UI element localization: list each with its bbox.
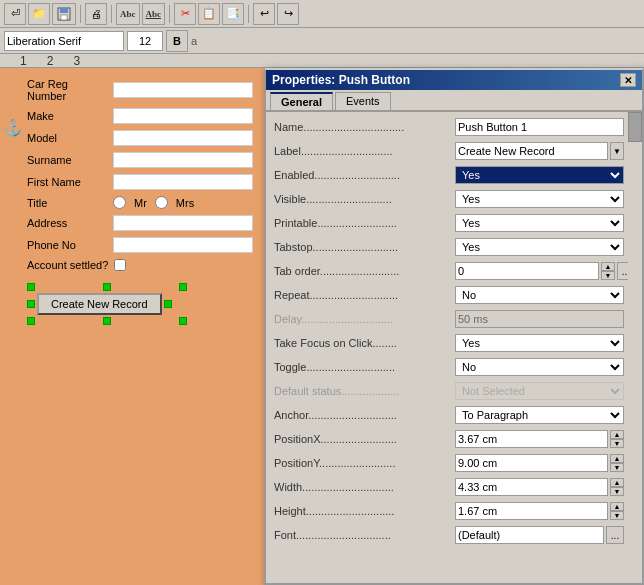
- ellipsis-font[interactable]: ...: [606, 526, 624, 544]
- prop-select-enabled[interactable]: Yes No: [455, 166, 624, 184]
- prop-select-takefocus[interactable]: Yes No: [455, 334, 624, 352]
- prop-row-visible: Visible............................ Yes …: [270, 188, 624, 210]
- spinner-taborder: ▲ ▼: [601, 262, 615, 280]
- tab-events[interactable]: Events: [335, 92, 391, 110]
- toolbar-btn-open[interactable]: 📁: [28, 3, 50, 25]
- prop-select-printable[interactable]: Yes No: [455, 214, 624, 232]
- font-bold-btn[interactable]: B: [166, 30, 188, 52]
- prop-select-toggle[interactable]: No Yes: [455, 358, 624, 376]
- prop-input-name[interactable]: [455, 118, 624, 136]
- prop-value-defaultstatus: Not Selected: [455, 382, 624, 400]
- label-model: Model: [27, 132, 107, 144]
- prop-row-repeat: Repeat............................. No Y…: [270, 284, 624, 306]
- handle-bottom-center: [103, 317, 111, 325]
- tab-general[interactable]: General: [270, 92, 333, 110]
- toolbar-btn-copy[interactable]: 📋: [198, 3, 220, 25]
- ellipsis-taborder[interactable]: ...: [617, 262, 628, 280]
- font-size-input[interactable]: [127, 31, 163, 51]
- prop-row-taborder: Tab order.......................... ▲ ▼ …: [270, 260, 624, 282]
- separator: [80, 5, 81, 23]
- prop-select-visible[interactable]: Yes No: [455, 190, 624, 208]
- toolbar-btn-cut[interactable]: ✂: [174, 3, 196, 25]
- scrollbar-thumb[interactable]: [628, 112, 642, 142]
- spinner-height-down[interactable]: ▼: [610, 511, 624, 520]
- input-make[interactable]: [113, 108, 253, 124]
- font-bar: B a: [0, 28, 644, 54]
- checkbox-account[interactable]: [114, 259, 126, 271]
- handle-mid-left: [27, 300, 35, 308]
- input-carreg[interactable]: [113, 82, 253, 98]
- prop-row-takefocus: Take Focus on Click........ Yes No: [270, 332, 624, 354]
- input-firstname[interactable]: [113, 174, 253, 190]
- label-surname: Surname: [27, 154, 107, 166]
- toolbar-btn-redo[interactable]: ↪: [277, 3, 299, 25]
- radio-mrs[interactable]: [155, 196, 168, 209]
- prop-value-repeat: No Yes: [455, 286, 624, 304]
- prop-label-width: Width..............................: [270, 481, 455, 493]
- radio-mr[interactable]: [113, 196, 126, 209]
- input-surname[interactable]: [113, 152, 253, 168]
- panel-content: Name................................. La…: [266, 112, 628, 583]
- form-row-carreg: Car Reg Number: [27, 78, 245, 102]
- prop-input-label[interactable]: [455, 142, 608, 160]
- prop-row-printable: Printable.......................... Yes …: [270, 212, 624, 234]
- spinner-positiony-up[interactable]: ▲: [610, 454, 624, 463]
- font-name-input[interactable]: [4, 31, 124, 51]
- toolbar-btn-spellcheck2[interactable]: Abc: [142, 3, 166, 25]
- spinner-positiony: ▲ ▼: [610, 454, 624, 472]
- panel-close-button[interactable]: ✕: [620, 73, 636, 87]
- input-model[interactable]: [113, 130, 253, 146]
- prop-label-anchor: Anchor.............................: [270, 409, 455, 421]
- prop-input-positionx[interactable]: [455, 430, 608, 448]
- prop-value-takefocus: Yes No: [455, 334, 624, 352]
- prop-input-font[interactable]: [455, 526, 604, 544]
- spinner-taborder-down[interactable]: ▼: [601, 271, 615, 280]
- form-row-firstname: First Name: [27, 174, 245, 190]
- prop-label-delay: Delay..............................: [270, 313, 455, 325]
- prop-select-tabstop[interactable]: Yes No: [455, 238, 624, 256]
- form-area: ⚓ Car Reg Number Make Model Surname Firs…: [0, 68, 260, 585]
- input-address[interactable]: [113, 215, 253, 231]
- prop-value-taborder: ▲ ▼ ...: [455, 262, 628, 280]
- spinner-width-up[interactable]: ▲: [610, 478, 624, 487]
- prop-input-height[interactable]: [455, 502, 608, 520]
- form-row-phone: Phone No: [27, 237, 245, 253]
- spinner-height-up[interactable]: ▲: [610, 502, 624, 511]
- ruler: 1 2 3: [0, 54, 644, 68]
- spinner-positionx-up[interactable]: ▲: [610, 430, 624, 439]
- label-title: Title: [27, 197, 107, 209]
- spinner-width-down[interactable]: ▼: [610, 487, 624, 496]
- input-phone[interactable]: [113, 237, 253, 253]
- label-dropdown-arrow[interactable]: ▼: [610, 142, 624, 160]
- prop-select-repeat[interactable]: No Yes: [455, 286, 624, 304]
- toolbar-btn-spellcheck1[interactable]: Abc: [116, 3, 140, 25]
- prop-value-printable: Yes No: [455, 214, 624, 232]
- prop-row-positionx: PositionX......................... ▲ ▼: [270, 428, 624, 450]
- form-row-account: Account settled?: [27, 259, 245, 271]
- label-mr: Mr: [134, 197, 147, 209]
- prop-value-toggle: No Yes: [455, 358, 624, 376]
- spinner-positiony-down[interactable]: ▼: [610, 463, 624, 472]
- handle-top-left: [27, 283, 35, 291]
- toolbar-btn-print[interactable]: 🖨: [85, 3, 107, 25]
- form-row-title: Title Mr Mrs: [27, 196, 245, 209]
- prop-value-height: ▲ ▼: [455, 502, 624, 520]
- prop-input-taborder[interactable]: [455, 262, 599, 280]
- handle-top-center: [103, 283, 111, 291]
- toolbar-btn-new[interactable]: ⏎: [4, 3, 26, 25]
- spinner-taborder-up[interactable]: ▲: [601, 262, 615, 271]
- separator3: [169, 5, 170, 23]
- form-row-address: Address: [27, 215, 245, 231]
- prop-row-enabled: Enabled............................ Yes …: [270, 164, 624, 186]
- prop-select-anchor[interactable]: To Paragraph To Page To Character: [455, 406, 624, 424]
- toolbar-btn-paste[interactable]: 📑: [222, 3, 244, 25]
- toolbar-btn-save[interactable]: [52, 3, 76, 25]
- push-button-widget[interactable]: Create New Record: [37, 293, 162, 315]
- push-button-container: Create New Record: [27, 283, 245, 325]
- spinner-positionx-down[interactable]: ▼: [610, 439, 624, 448]
- prop-input-width[interactable]: [455, 478, 608, 496]
- prop-label-positiony: PositionY.........................: [270, 457, 455, 469]
- toolbar-btn-undo[interactable]: ↩: [253, 3, 275, 25]
- prop-label-taborder: Tab order..........................: [270, 265, 455, 277]
- prop-input-positiony[interactable]: [455, 454, 608, 472]
